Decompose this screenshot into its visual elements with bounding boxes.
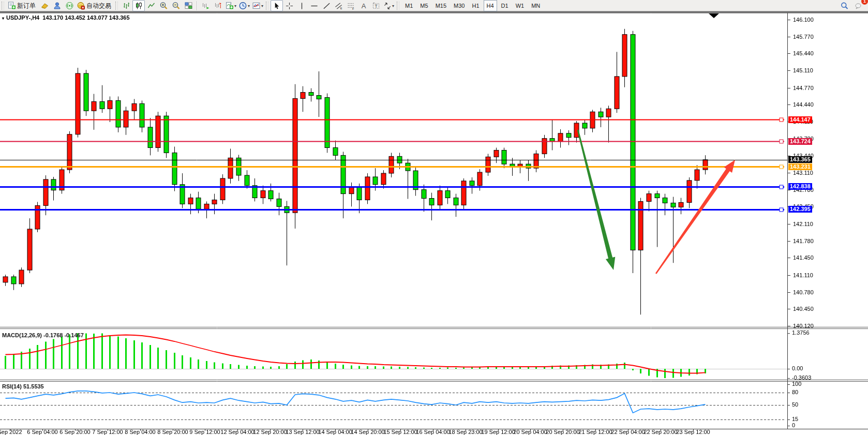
timeframe-m30[interactable]: M30 [451,0,468,11]
indicators-icon [225,2,234,10]
text-icon: A [362,3,366,9]
horizontal-line-icon [310,2,318,10]
signals-icon [65,2,74,10]
auto-trading-button[interactable]: 自动交易 [76,0,114,11]
indicators-button[interactable]: ▾ [224,0,237,11]
macd-indicator-label: MACD(12,26,9) -0.1768 -0.1467 [2,332,84,338]
periods-button[interactable]: ▾ [237,0,251,11]
search-icon [840,2,849,10]
chart-ohlc-values: 143.170 143.452 143.077 143.365 [42,14,129,21]
timeframe-h4[interactable]: H4 [484,0,497,11]
timeframe-m1[interactable]: M1 [402,0,416,11]
trend-line-button[interactable] [320,0,333,11]
toolbar-grip [397,2,399,10]
text-label-button[interactable]: T [370,0,382,11]
candlestick-chart-button[interactable] [132,0,145,11]
toolbar-grip [2,2,4,10]
svg-text:T: T [375,3,377,8]
chevron-down-icon: ▾ [248,4,250,8]
tile-windows-icon [184,2,193,10]
text-label-icon: T [372,2,380,10]
bar-chart-button[interactable] [120,0,132,11]
cursor-button[interactable] [271,0,283,11]
equidistant-channel-button[interactable]: E [333,0,345,11]
auto-scroll-button[interactable] [199,0,212,11]
chevron-down-icon: ▾ [392,4,394,8]
auto-trading-label: 自动交易 [86,2,111,10]
timeframe-d1[interactable]: D1 [498,0,512,11]
toolbar: 新订单 自动交易 [0,0,868,13]
zoom-in-button[interactable] [157,0,170,11]
fibonacci-button[interactable]: F [345,0,357,11]
price-axis-label[interactable]: 144.147 [788,116,812,123]
signals-button[interactable] [63,0,76,11]
periods-icon [238,2,247,10]
notification-badge: 1 [861,0,868,5]
price-axis-label[interactable]: 142.838 [788,183,812,190]
templates-button[interactable]: ▾ [251,0,264,11]
price-axis-label[interactable]: 142.395 [788,206,812,213]
timeframe-mn[interactable]: MN [528,0,543,11]
mt4-window: 新订单 自动交易 [0,0,868,435]
tile-windows-button[interactable] [182,0,194,11]
price-axis-label[interactable]: 143.231 [788,163,812,170]
notifications-button[interactable]: 1 [852,0,865,11]
toolbar-grip [266,2,268,10]
chat-user-button[interactable] [51,0,63,11]
chevron-down-icon: ▾ [261,4,263,8]
candlestick-chart-icon [134,2,143,10]
mql5-community-icon [40,2,49,10]
search-button[interactable] [838,0,850,11]
timeframe-w1[interactable]: W1 [513,0,528,11]
chevron-down-icon: ▾ [234,4,236,8]
bar-chart-icon [122,2,131,10]
zoom-in-icon [159,2,168,10]
toolbar-grip [115,2,118,10]
svg-text:F: F [352,7,354,9]
zoom-out-icon [172,2,181,10]
price-chart-canvas[interactable] [0,13,868,435]
text-button[interactable]: A [357,0,370,11]
equidistant-channel-icon: E [335,2,343,10]
mql5-community-button[interactable] [38,0,51,11]
chart-shift-button[interactable] [212,0,224,11]
timeframe-m5[interactable]: M5 [417,0,431,11]
chart-symbol-period: USDJPY-,H4 [6,14,39,21]
chart-title: ▾USDJPY-,H4 143.170 143.452 143.077 143.… [2,14,130,21]
svg-text:E: E [340,7,342,10]
timeframe-m15[interactable]: M15 [432,0,450,11]
chart-dropdown-icon[interactable]: ▾ [2,16,4,21]
cursor-icon [273,2,281,10]
price-axis-label[interactable]: 143.724 [788,138,812,145]
horizontal-line-button[interactable] [308,0,320,11]
trend-line-icon [323,2,331,10]
new-order-label: 新订单 [17,2,36,10]
crosshair-icon [286,2,293,10]
chart-shift-icon [214,2,222,10]
new-order-icon [7,2,16,10]
toolbar-separator [197,1,197,10]
templates-icon [252,2,261,10]
zoom-out-button[interactable] [170,0,182,11]
price-axis-label[interactable]: 143.365 [788,156,812,163]
chat-user-icon [53,2,62,10]
line-chart-button[interactable] [145,0,157,11]
timeframe-h1[interactable]: H1 [469,0,482,11]
fibonacci-icon: F [347,2,355,10]
new-order-button[interactable]: 新订单 [6,0,38,11]
chart-area: ▾USDJPY-,H4 143.170 143.452 143.077 143.… [0,13,868,435]
auto-trading-icon [77,2,85,10]
arrows-button[interactable]: ▾ [382,0,395,11]
rsi-indicator-label: RSI(14) 51.5535 [2,383,44,389]
crosshair-button[interactable] [283,0,295,11]
arrows-icon [383,2,392,10]
line-chart-icon [147,2,156,10]
auto-scroll-icon [201,2,210,10]
vertical-line-icon [298,2,306,10]
vertical-line-button[interactable] [295,0,308,11]
